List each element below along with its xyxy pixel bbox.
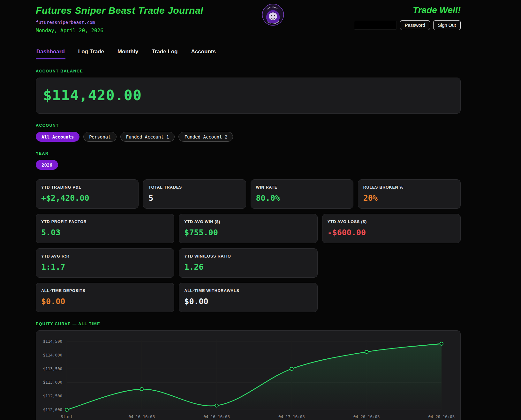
grid-spacer [322,248,461,278]
stats-row-3: YTD AVG R:R 1:1.7 YTD WIN/LOSS RATIO 1.2… [36,248,461,278]
equity-area-fill [67,344,442,410]
tab-bar: Dashboard Log Trade Monthly Trade Log Ac… [36,49,461,59]
account-balance-value: $114,420.00 [43,87,453,104]
account-balance-card: $114,420.00 [36,78,461,114]
stat-value: 5.03 [41,228,169,237]
stat-label: YTD PROFIT FACTOR [41,220,169,224]
svg-text:$112,500: $112,500 [43,394,62,398]
year-section-label: YEAR [36,151,461,156]
svg-text:$113,500: $113,500 [43,366,62,371]
stat-value: 80.0% [256,193,348,203]
data-point [65,408,68,411]
account-filter-funded-1[interactable]: Funded Account 1 [120,132,175,142]
signout-button[interactable]: Sign Out [433,20,461,30]
data-point [440,342,443,345]
stat-label: YTD AVG LOSS ($) [328,220,455,224]
stat-value: 1:1.7 [41,262,169,272]
stat-label: RULES BROKEN % [363,185,455,190]
stat-card-withdrawals: ALL-TIME WITHDRAWALS $0.00 [179,283,317,312]
stat-card-total-trades: TOTAL TRADES 5 [143,179,246,209]
stat-label: YTD WIN/LOSS RATIO [184,254,312,259]
svg-text:04-20 16:05: 04-20 16:05 [353,414,380,419]
balance-section-label: ACCOUNT BALANCE [36,69,461,73]
stat-value: 20% [363,193,455,203]
stat-card-profit-factor: YTD PROFIT FACTOR 5.03 [36,214,174,243]
stat-card-rules-broken: RULES BROKEN % 20% [358,179,461,209]
data-point [140,387,143,391]
account-filter-all-accounts[interactable]: All Accounts [36,132,79,142]
tab-log-trade[interactable]: Log Trade [78,49,105,59]
svg-text:04-16 16:05: 04-16 16:05 [128,414,155,419]
data-point [215,404,218,407]
svg-text:$113,000: $113,000 [43,380,62,385]
password-button[interactable]: Password [400,20,430,30]
stat-card-avg-win: YTD AVG WIN ($) $755.00 [179,214,317,243]
stat-value: -$600.00 [328,228,455,237]
stat-label: WIN RATE [256,185,348,190]
svg-text:$114,500: $114,500 [43,339,62,344]
stats-row-2: YTD PROFIT FACTOR 5.03 YTD AVG WIN ($) $… [36,214,461,243]
year-filter-2026[interactable]: 2026 [36,160,58,170]
tab-accounts[interactable]: Accounts [190,49,216,59]
data-point [365,350,368,354]
equity-curve-chart: $112,000$112,500$113,000$113,500$114,000… [36,330,461,420]
site-link[interactable]: futuressniperbeast.com [36,20,95,25]
stat-label: YTD AVG R:R [41,254,169,259]
header-right: Trade Well! Password Sign Out [354,5,461,30]
stat-card-avg-loss: YTD AVG LOSS ($) -$600.00 [322,214,461,243]
password-input[interactable] [354,21,397,30]
stats-row-4: ALL-TIME DEPOSITS $0.00 ALL-TIME WITHDRA… [36,283,461,312]
year-filter-row: 2026 [36,160,461,170]
svg-text:$112,000: $112,000 [43,407,62,412]
stat-label: TOTAL TRADES [148,185,240,190]
tagline: Trade Well! [354,5,461,15]
svg-text:04-20 16:05: 04-20 16:05 [428,414,455,419]
gorilla-logo [262,4,284,26]
page-container: Futures Sniper Beast Trade Journal futur… [36,0,461,420]
stat-label: ALL-TIME WITHDRAWALS [184,289,312,293]
stat-value: 5 [148,193,240,203]
equity-curve-svg: $112,000$112,500$113,000$113,500$114,000… [42,336,455,420]
header: Futures Sniper Beast Trade Journal futur… [36,5,461,41]
tab-monthly[interactable]: Monthly [117,49,139,59]
account-filter-personal[interactable]: Personal [83,132,116,142]
stats-row-1: YTD TRADING P&L +$2,420.00 TOTAL TRADES … [36,179,461,209]
stat-card-deposits: ALL-TIME DEPOSITS $0.00 [36,283,174,312]
stat-value: $755.00 [184,228,312,237]
svg-text:04-16 16:05: 04-16 16:05 [203,414,230,419]
stat-value: $0.00 [184,297,312,306]
stat-card-win-rate: WIN RATE 80.0% [251,179,353,209]
stat-value: 1.26 [184,262,312,272]
account-filter-funded-2[interactable]: Funded Account 2 [178,132,233,142]
svg-text:04-17 16:05: 04-17 16:05 [278,414,305,419]
stat-value: +$2,420.00 [41,193,133,203]
svg-text:$114,000: $114,000 [43,353,62,357]
stat-label: YTD TRADING P&L [41,185,133,190]
stat-label: YTD AVG WIN ($) [184,220,312,224]
stat-card-ytd-pnl: YTD TRADING P&L +$2,420.00 [36,179,139,209]
account-section-label: ACCOUNT [36,123,461,128]
stat-card-avg-rr: YTD AVG R:R 1:1.7 [36,248,174,278]
grid-spacer [322,283,461,312]
account-filter-row: All Accounts Personal Funded Account 1 F… [36,132,461,142]
svg-text:Start: Start [61,414,73,419]
tab-dashboard[interactable]: Dashboard [36,49,65,59]
equity-section-label: EQUITY CURVE — ALL TIME [36,322,461,326]
stat-card-win-loss-ratio: YTD WIN/LOSS RATIO 1.26 [179,248,317,278]
tab-trade-log[interactable]: Trade Log [151,49,178,59]
stat-value: $0.00 [41,297,169,306]
auth-row: Password Sign Out [354,20,461,30]
data-point [290,367,293,371]
stat-label: ALL-TIME DEPOSITS [41,289,169,293]
gorilla-logo-icon [262,4,284,26]
